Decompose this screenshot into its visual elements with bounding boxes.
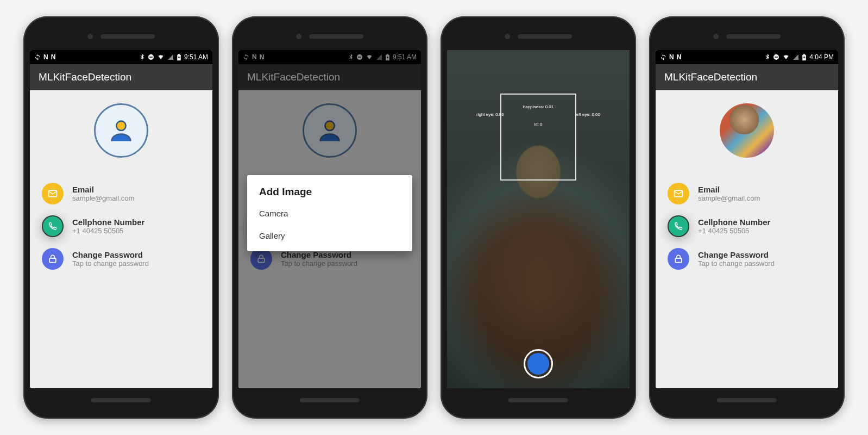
row-email[interactable]: Emailsample@gmail.com (656, 177, 838, 210)
row-password[interactable]: Change PasswordTap to change password (656, 243, 838, 275)
lock-icon (668, 248, 689, 270)
password-title: Change Password (698, 250, 775, 259)
password-value: Tap to change password (698, 259, 775, 268)
wifi-icon (157, 54, 165, 60)
app-title: MLKitFaceDetection (39, 71, 131, 83)
signal-icon (167, 54, 174, 60)
email-value: sample@gmail.com (698, 194, 760, 202)
phone-frame-1: N N 9:51 AM MLKitFaceDetection (23, 16, 219, 419)
dnd-icon (773, 54, 779, 60)
app-title: MLKitFaceDetection (664, 71, 757, 83)
phone-frame-2: N N 9:51 AM MLKitFaceDetection (232, 16, 427, 419)
phone-title: Cellphone Number (72, 217, 144, 227)
email-icon (42, 183, 64, 204)
password-value: Tap to change password (72, 259, 149, 268)
avatar-photo[interactable] (720, 103, 774, 158)
shutter-button[interactable] (524, 349, 553, 378)
bluetooth-icon (140, 54, 145, 60)
phone-frame-4: N N 4:04 PM MLKitFaceDetection Emailsamp… (649, 16, 845, 419)
bluetooth-icon (765, 54, 770, 60)
label-right-eye: right eye: 0.86 (476, 112, 504, 117)
dnd-icon (148, 54, 154, 60)
email-value: sample@gmail.com (72, 194, 134, 202)
svg-rect-17 (803, 54, 805, 55)
phone-frame-3: happiness: 0.01 right eye: 0.86 left eye… (441, 16, 636, 419)
wifi-icon (782, 54, 790, 60)
signal-icon (792, 54, 799, 60)
status-bar: N N 4:04 PM (656, 50, 838, 64)
phone-value: +1 40425 50505 (698, 227, 770, 235)
label-left-eye: left eye: 0.60 (575, 112, 600, 117)
sync-icon (660, 54, 666, 60)
phone-icon (42, 215, 64, 237)
label-happiness: happiness: 0.01 (523, 104, 554, 109)
n-icon-2: N (677, 53, 682, 61)
row-phone[interactable]: Cellphone Number+1 40425 50505 (656, 210, 838, 243)
dialog-title: Add Image (247, 186, 412, 202)
n-icon: N (669, 53, 674, 61)
add-image-dialog: Add Image Camera Gallery (247, 175, 412, 251)
dialog-option-camera[interactable]: Camera (247, 202, 412, 225)
app-bar: MLKitFaceDetection (656, 64, 838, 90)
svg-rect-19 (675, 258, 682, 263)
status-time: 4:04 PM (809, 53, 834, 61)
email-title: Email (698, 185, 760, 194)
dialog-option-gallery[interactable]: Gallery (247, 225, 412, 247)
row-password[interactable]: Change Password Tap to change password (30, 243, 212, 275)
phone-title: Cellphone Number (698, 217, 770, 227)
battery-icon (802, 54, 807, 61)
sync-icon (34, 54, 41, 60)
n-icon: N (43, 53, 48, 61)
row-email[interactable]: Email sample@gmail.com (30, 177, 212, 210)
n-icon-2: N (51, 53, 56, 61)
svg-point-4 (116, 121, 125, 130)
label-id: id: 0 (534, 122, 542, 127)
svg-rect-6 (49, 258, 56, 263)
password-title: Change Password (72, 250, 149, 259)
battery-icon (177, 54, 181, 61)
phone-value: +1 40425 50505 (72, 227, 144, 235)
phone-icon (668, 215, 689, 237)
email-title: Email (72, 185, 134, 194)
user-icon (107, 116, 135, 145)
face-bounding-box: happiness: 0.01 right eye: 0.86 left eye… (500, 94, 576, 181)
status-time: 9:51 AM (184, 53, 208, 61)
camera-preview: happiness: 0.01 right eye: 0.86 left eye… (447, 50, 630, 388)
avatar-placeholder[interactable] (94, 103, 148, 158)
email-icon (668, 183, 689, 204)
app-bar: MLKitFaceDetection (30, 64, 212, 90)
shutter-inner (527, 353, 549, 375)
status-bar: N N 9:51 AM (30, 50, 212, 64)
lock-icon (42, 248, 64, 270)
svg-rect-3 (178, 54, 180, 55)
svg-rect-1 (149, 57, 153, 58)
svg-rect-15 (775, 57, 778, 58)
row-phone[interactable]: Cellphone Number +1 40425 50505 (30, 210, 212, 243)
